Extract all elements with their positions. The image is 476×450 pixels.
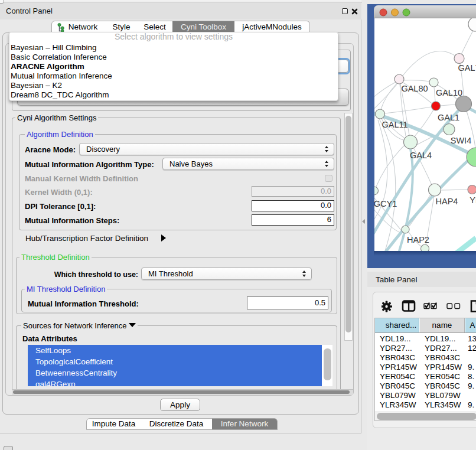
svg-text:GAL4: GAL4 — [410, 151, 432, 160]
svg-text:GAL10: GAL10 — [436, 88, 462, 97]
svg-text:GAL80: GAL80 — [401, 84, 428, 93]
svg-text:HAP2: HAP2 — [407, 235, 429, 244]
svg-text:GAL7: GAL7 — [458, 63, 476, 73]
svg-text:GCY1: GCY1 — [374, 199, 397, 208]
svg-text:GAL11: GAL11 — [382, 120, 407, 129]
svg-text:GAL1: GAL1 — [438, 113, 459, 122]
svg-text:SWI4: SWI4 — [451, 136, 471, 145]
svg-text:YE: YE — [470, 195, 476, 205]
svg-text:HAP4: HAP4 — [436, 197, 458, 206]
